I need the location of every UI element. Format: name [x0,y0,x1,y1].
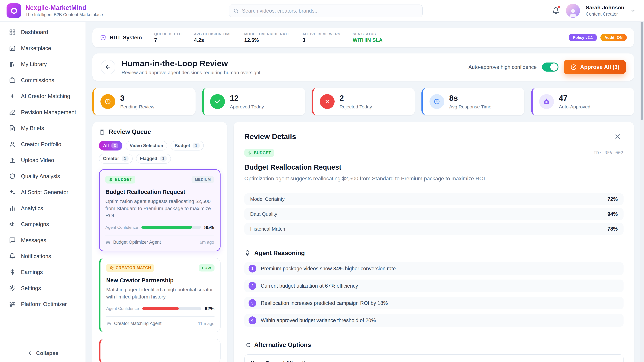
metric-label: Model Certainty [250,196,284,202]
budget-icon [109,177,113,182]
metric-label: SLA STATUS [353,32,383,36]
details-heading: Budget Reallocation Request [244,163,623,171]
hitl-title-block: HITL System [100,34,142,41]
confidence-label: Agent Confidence [106,306,139,311]
library-icon [9,61,16,67]
reason-text: Current budget utilization at 67% effici… [261,283,358,289]
filter-flagged[interactable]: Flagged 1 [136,154,171,164]
priority-badge: MEDIUM [192,176,214,183]
logo-ring-icon [11,8,17,14]
sparkles-icon [9,189,16,195]
page-subtitle: Review and approve agent decisions requi… [122,70,260,75]
clipboard-icon [99,129,105,135]
topbar: Nexgile-MarketMind The Intelligent B2B C… [0,0,644,22]
megaphone-icon [9,221,16,227]
close-icon [614,133,621,140]
sidebar-item-platform-optimizer[interactable]: Platform Optimizer [0,296,86,312]
approve-all-button[interactable]: Approve All (3) [564,60,626,74]
sidebar-item-label: Campaigns [21,221,49,227]
sidebar-item-marketplace[interactable]: Marketplace [0,40,86,56]
sidebar-item-label: Settings [21,285,41,292]
queue-card-flagged-partial[interactable] [99,339,220,362]
clock-icon [430,94,444,109]
reasoning-item: 4 Within approved budget variance thresh… [244,314,623,327]
queue-card-creator-partnership[interactable]: CREATOR MATCH LOW New Creator Partnershi… [99,258,220,332]
sidebar-item-my-briefs[interactable]: My Briefs [0,120,86,136]
sidebar-collapse-button[interactable]: Collapse [0,344,86,362]
reason-number: 3 [248,299,256,307]
filter-all[interactable]: All 3 [99,141,122,150]
toggle-knob [550,63,558,71]
sidebar-item-analytics[interactable]: Analytics [0,200,86,216]
filter-creator[interactable]: Creator 1 [99,154,133,164]
confidence-bar [142,226,201,229]
type-badge-label: BUDGET [115,177,132,182]
shield-check-icon [100,34,106,41]
type-badge-label: BUDGET [254,151,271,155]
edit-icon [9,109,16,115]
bar-chart-icon [9,205,16,212]
scrollbar-thumb[interactable] [641,17,643,120]
metric-label: AVG DECISION TIME [194,32,232,36]
metric-value: 94% [608,211,618,217]
stat-label: Pending Review [120,104,154,110]
sidebar-item-earnings[interactable]: Earnings [0,264,86,280]
details-badge-row: BUDGET ID: REV-002 [244,149,623,157]
alternative-options-header: Alternative Options [244,341,623,349]
hitl-title: HITL System [110,34,142,41]
reasoning-item: 3 Reallocation increases predicted campa… [244,297,623,310]
reason-text: Reallocation increases predicted campaig… [261,300,388,306]
review-queue-header: Review Queue [99,128,220,135]
shield-icon [9,173,16,179]
auto-approve-toggle[interactable] [542,62,558,71]
alternative-option-card[interactable]: Keep Current Allocation [244,354,623,362]
filter-video-selection[interactable]: Video Selection [126,141,167,150]
budget-icon [248,151,252,155]
avatar[interactable] [566,4,580,17]
page-header: Human-in-the-Loop Review Review and appr… [92,53,634,81]
details-header: Review Details [244,131,623,142]
sidebar-item-campaigns[interactable]: Campaigns [0,216,86,232]
app-window: Nexgile-MarketMind The Intelligent B2B C… [0,0,644,362]
avatar-person-icon [568,7,578,18]
search-icon [233,8,239,14]
agent-name: Creator Matching Agent [114,321,162,326]
chevron-down-icon[interactable] [630,8,636,13]
hitl-badges: Policy v2.1 Audit: ON [569,34,627,41]
filter-budget[interactable]: Budget 1 [170,141,204,150]
sidebar-item-dashboard[interactable]: Dashboard [0,24,86,40]
search-input[interactable] [242,8,418,14]
global-search[interactable] [229,4,422,17]
sidebar-item-ai-script-generator[interactable]: AI Script Generator [0,184,86,200]
metric-value: 72% [608,196,618,202]
close-details-button[interactable] [612,131,624,142]
brand-logo[interactable] [6,3,21,18]
sidebar-item-upload-video[interactable]: Upload Video [0,152,86,168]
sidebar-item-label: AI Script Generator [21,189,68,195]
sidebar-item-messages[interactable]: Messages [0,232,86,248]
branch-icon [244,342,250,348]
notifications-bell-button[interactable] [551,6,560,15]
details-title: Review Details [244,132,296,141]
policy-badge[interactable]: Policy v2.1 [569,34,597,41]
dollar-icon [9,269,16,276]
sidebar-item-creator-portfolio[interactable]: Creator Portfolio [0,136,86,152]
sidebar-item-my-library[interactable]: My Library [0,56,86,72]
auto-approve-label: Auto-approve high confidence [468,64,537,70]
sidebar-item-label: Dashboard [21,29,48,35]
sidebar-item-notifications[interactable]: Notifications [0,248,86,264]
sidebar-item-settings[interactable]: Settings [0,280,86,296]
back-button[interactable] [100,60,116,74]
sidebar-item-ai-creator-matching[interactable]: AI Creator Matching [0,88,86,104]
review-id: ID: REV-002 [594,150,623,155]
sidebar-item-commissions[interactable]: Commissions [0,72,86,88]
queue-card-budget-reallocation[interactable]: BUDGET MEDIUM Budget Reallocation Reques… [99,169,220,251]
sparkle-icon [9,93,16,99]
sidebar-item-quality-analysis[interactable]: Quality Analysis [0,168,86,184]
gear-icon [9,285,16,292]
type-badge-budget: BUDGET [105,176,135,184]
lightbulb-icon [244,250,250,256]
audit-badge[interactable]: Audit: ON [600,34,627,41]
sidebar-item-revision-management[interactable]: Revision Management [0,104,86,120]
metric-value: WITHIN SLA [353,37,383,43]
